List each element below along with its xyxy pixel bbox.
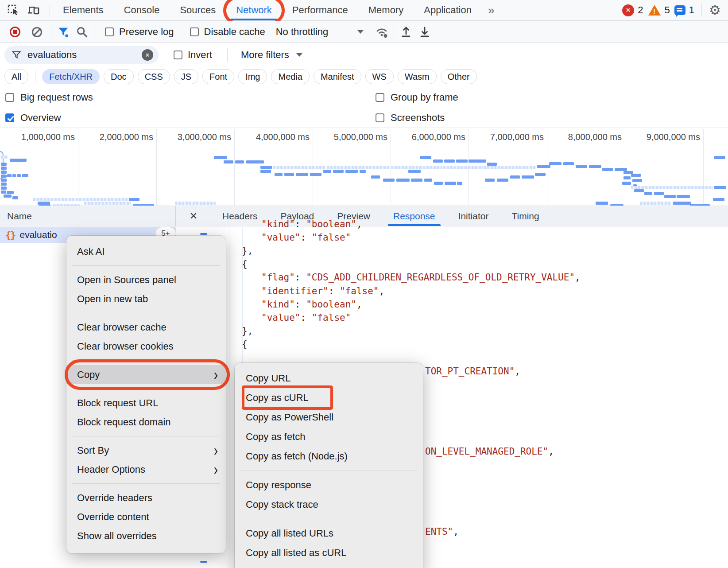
menu-item-copy-all-listed-as-powershell[interactable]: Copy all listed as PowerShell (235, 563, 423, 568)
waterfall-bar (664, 195, 676, 198)
chevron-down-icon[interactable] (357, 30, 364, 34)
submenu-arrow-icon: › (214, 443, 218, 458)
tab-console[interactable]: Console (114, 0, 170, 20)
timeline-tick-label: 8,000,000 ms (568, 132, 622, 142)
invert-checkbox[interactable]: Invert (174, 49, 212, 61)
network-overview-timeline[interactable]: 1,000,000 ms2,000,000 ms3,000,000 ms4,00… (0, 128, 728, 206)
detail-tab-payload[interactable]: Payload (269, 206, 325, 226)
menu-item-copy[interactable]: Copy› (66, 365, 226, 384)
filter-chip-css[interactable]: CSS (138, 69, 170, 84)
waterfall-bar (371, 175, 380, 179)
filter-toggle-button[interactable] (54, 24, 73, 40)
filter-chip-js[interactable]: JS (174, 69, 198, 84)
detail-tab-headers[interactable]: Headers (211, 206, 269, 226)
detail-tab-timing[interactable]: Timing (500, 206, 550, 226)
clear-filter-icon[interactable]: ✕ (142, 49, 153, 61)
requests-table-header[interactable]: Name (0, 206, 176, 226)
name-column-header[interactable]: Name (7, 211, 32, 222)
toggle-device-toolbar-button[interactable] (25, 2, 43, 18)
filter-chip-media[interactable]: Media (271, 69, 309, 84)
filter-chip-manifest[interactable]: Manifest (314, 69, 361, 84)
waterfall-bar (444, 160, 455, 163)
waterfall-bar (396, 179, 410, 182)
more-panels-button[interactable]: » (482, 4, 500, 17)
menu-item-copy-url[interactable]: Copy URL (235, 369, 423, 388)
waterfall-bar (456, 160, 468, 163)
menu-item-copy-all-listed-urls[interactable]: Copy all listed URLs (235, 524, 423, 543)
settings-gear-icon[interactable]: ⚙ (709, 4, 721, 17)
waterfall-bar (640, 202, 671, 205)
tab-elements[interactable]: Elements (53, 0, 114, 20)
menu-item-clear-browser-cache[interactable]: Clear browser cache (66, 318, 226, 337)
close-detail-button[interactable]: ✕ (176, 210, 211, 222)
export-har-button[interactable] (415, 24, 434, 40)
detail-tab-initiator[interactable]: Initiator (447, 206, 500, 226)
tab-performance[interactable]: Performance (282, 0, 358, 20)
menu-item-header-options[interactable]: Header Options› (66, 460, 226, 479)
filter-input[interactable]: evaluations ✕ (4, 46, 159, 64)
menu-item-copy-as-curl[interactable]: Copy as cURL (235, 388, 423, 408)
waterfall-bar (596, 202, 608, 205)
menu-item-copy-as-fetch-node-js-[interactable]: Copy as fetch (Node.js) (235, 447, 423, 466)
big-request-rows-checkbox[interactable]: Big request rows (5, 92, 93, 103)
search-button[interactable] (73, 24, 91, 40)
overview-checkbox[interactable]: Overview (5, 112, 61, 124)
menu-separator (72, 389, 220, 389)
network-conditions-button[interactable] (372, 24, 391, 40)
waterfall-bar (4, 195, 12, 198)
checkbox-icon (376, 93, 384, 102)
filter-chip-fetch-xhr[interactable]: Fetch/XHR (42, 69, 100, 84)
menu-item-open-in-sources-panel[interactable]: Open in Sources panel (66, 270, 226, 289)
code-fold-marker[interactable] (200, 561, 207, 563)
console-warnings-badge[interactable]: 5 (648, 4, 670, 16)
menu-item-block-request-domain[interactable]: Block request domain (66, 412, 226, 432)
filter-chip-other[interactable]: Other (441, 69, 477, 84)
record-network-log-button[interactable] (10, 27, 20, 37)
waterfall-bar (310, 173, 321, 176)
menu-item-label: Ask AI (77, 246, 105, 257)
filter-chip-ws[interactable]: WS (365, 69, 394, 84)
clear-network-log-button[interactable] (32, 27, 42, 37)
code-fold-marker[interactable] (200, 233, 207, 235)
inspect-element-button[interactable] (4, 2, 22, 18)
filter-chip-img[interactable]: Img (238, 69, 267, 84)
menu-item-copy-as-powershell[interactable]: Copy as PowerShell (235, 408, 423, 427)
menu-item-override-content[interactable]: Override content (66, 507, 226, 526)
filter-chip-wasm[interactable]: Wasm (398, 69, 437, 84)
menu-item-open-in-new-tab[interactable]: Open in new tab (66, 289, 226, 308)
throttling-select[interactable]: No throttling (276, 26, 329, 38)
tab-memory[interactable]: Memory (358, 0, 414, 20)
waterfall-bar (391, 166, 442, 169)
screenshots-checkbox[interactable]: Screenshots (376, 112, 445, 124)
menu-item-override-headers[interactable]: Override headers (66, 488, 226, 507)
filter-chip-all[interactable]: All (4, 69, 28, 84)
detail-tab-response[interactable]: Response (382, 206, 447, 226)
menu-item-copy-all-listed-as-curl[interactable]: Copy all listed as cURL (235, 543, 423, 563)
console-errors-badge[interactable]: ✕ 2 (622, 4, 643, 16)
menu-item-copy-response[interactable]: Copy response (235, 475, 423, 495)
menu-item-copy-as-fetch[interactable]: Copy as fetch (235, 427, 423, 447)
group-by-frame-checkbox[interactable]: Group by frame (376, 92, 458, 103)
tab-sources[interactable]: Sources (170, 0, 226, 20)
menu-item-block-request-url[interactable]: Block request URL (66, 393, 226, 412)
waterfall-bar (260, 170, 271, 173)
waterfall-bar (445, 182, 456, 185)
tab-application[interactable]: Application (414, 0, 482, 20)
preserve-log-checkbox[interactable]: Preserve log (105, 26, 174, 38)
waterfall-bar (275, 173, 283, 176)
menu-item-ask-ai[interactable]: Ask AI (66, 242, 226, 261)
menu-item-label: Block request URL (77, 397, 158, 409)
more-filters-dropdown[interactable]: More filters (241, 49, 307, 61)
menu-item-clear-browser-cookies[interactable]: Clear browser cookies (66, 337, 226, 356)
menu-item-sort-by[interactable]: Sort By› (66, 441, 226, 460)
menu-item-show-all-overrides[interactable]: Show all overrides (66, 526, 226, 545)
issues-badge[interactable]: 1 (674, 4, 694, 16)
filter-chip-doc[interactable]: Doc (104, 69, 134, 84)
detail-tab-preview[interactable]: Preview (325, 206, 382, 226)
waterfall-bar (17, 174, 21, 177)
import-har-button[interactable] (397, 24, 415, 40)
disable-cache-checkbox[interactable]: Disable cache (190, 26, 265, 38)
filter-chip-font[interactable]: Font (202, 69, 234, 84)
menu-item-copy-stack-trace[interactable]: Copy stack trace (235, 495, 423, 514)
tab-network[interactable]: Network (226, 0, 282, 20)
